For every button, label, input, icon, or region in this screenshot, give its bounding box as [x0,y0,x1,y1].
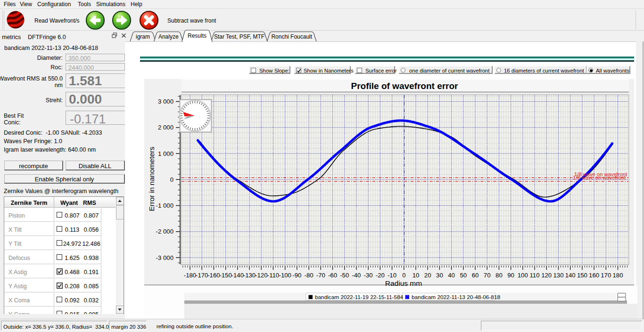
svg-text:-3 000: -3 000 [156,254,173,261]
svg-text:-40: -40 [352,272,361,279]
svg-text:170: 170 [601,272,611,279]
svg-text:20: 20 [424,272,431,279]
svg-text:160: 160 [589,272,599,279]
svg-text:1/8 wave on wavefront: 1/8 wave on wavefront [573,175,626,180]
svg-text:50: 50 [460,272,467,279]
svg-text:bandicam 2022-11-13 20-48-06-8: bandicam 2022-11-13 20-48-06-818 [412,294,500,300]
svg-text:0: 0 [402,272,405,279]
svg-text:-60: -60 [328,272,337,279]
svg-text:bandicam 2022-11-19 22-15-11-5: bandicam 2022-11-19 22-15-11-584 [315,294,404,300]
svg-text:Results: Results [188,32,206,39]
svg-text:Profile of wavefront error: Profile of wavefront error [351,81,459,91]
svg-text:Error in nanometers: Error in nanometers [148,146,156,211]
svg-text:Radius mm: Radius mm [385,279,422,287]
svg-text:3 000: 3 000 [158,98,173,105]
svg-text:1 000: 1 000 [158,150,173,157]
svg-text:2 000: 2 000 [158,124,173,131]
svg-text:-70: -70 [316,272,325,279]
svg-text:90: 90 [507,272,514,279]
svg-text:-100: -100 [279,272,291,279]
svg-text:-80: -80 [305,272,314,279]
svg-text:10: 10 [413,272,420,279]
svg-text:-50: -50 [340,272,349,279]
svg-text:120: 120 [541,272,552,279]
svg-text:110: 110 [529,272,539,279]
svg-text:-140: -140 [231,272,244,279]
svg-text:-20: -20 [376,272,385,279]
svg-text:-30: -30 [364,272,373,279]
svg-text:igram: igram [136,33,150,40]
svg-text:130: 130 [553,272,563,279]
svg-text:180: 180 [612,272,623,279]
svg-text:-10: -10 [388,272,396,279]
svg-text:70: 70 [484,272,491,279]
svg-text:150: 150 [577,272,587,279]
svg-text:100: 100 [518,272,528,279]
svg-text:-150: -150 [219,272,231,279]
svg-text:-90: -90 [292,272,301,279]
svg-text:60: 60 [472,272,479,279]
svg-text:-160: -160 [207,272,220,279]
svg-text:-180: -180 [184,272,196,279]
svg-text:-2 000: -2 000 [156,228,173,235]
svg-text:140: 140 [565,272,576,279]
svg-text:-170: -170 [196,272,208,279]
svg-text:0: 0 [170,176,173,183]
svg-text:-120: -120 [255,272,267,279]
svg-text:-130: -130 [243,272,256,279]
svg-text:30: 30 [436,272,443,279]
svg-text:-1 000: -1 000 [156,202,173,209]
svg-text:-110: -110 [267,272,279,279]
svg-text:40: 40 [448,272,455,279]
svg-text:Star Test, PSF, MTF: Star Test, PSF, MTF [214,33,264,40]
svg-text:80: 80 [495,272,503,279]
svg-text:Analyze: Analyze [158,33,179,40]
svg-text:Ronchi Foucault: Ronchi Foucault [271,33,312,40]
